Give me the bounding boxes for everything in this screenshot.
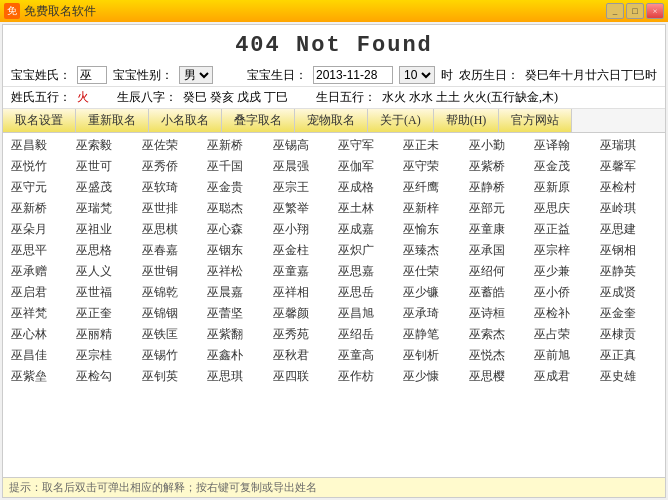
- name-cell[interactable]: 巫心林: [7, 324, 72, 345]
- name-cell[interactable]: 巫岭琪: [596, 198, 661, 219]
- name-cell[interactable]: 巫锦乾: [138, 282, 203, 303]
- name-cell[interactable]: 巫成格: [334, 177, 399, 198]
- name-cell[interactable]: 巫新梓: [399, 198, 464, 219]
- name-cell[interactable]: 巫春嘉: [138, 240, 203, 261]
- name-cell[interactable]: 巫蓄皓: [465, 282, 530, 303]
- name-cell[interactable]: 巫瑞梵: [72, 198, 137, 219]
- toolbar-btn-5[interactable]: 关于(A): [368, 109, 434, 132]
- name-cell[interactable]: 巫馨军: [596, 156, 661, 177]
- name-cell[interactable]: 巫思岳: [334, 282, 399, 303]
- name-cell[interactable]: 巫紫垒: [7, 366, 72, 387]
- name-cell[interactable]: 巫少兼: [530, 261, 595, 282]
- name-cell[interactable]: 巫土林: [334, 198, 399, 219]
- name-cell[interactable]: 巫锦铟: [138, 303, 203, 324]
- name-cell[interactable]: 巫金茂: [530, 156, 595, 177]
- name-cell[interactable]: 巫晨嘉: [203, 282, 268, 303]
- hour-select[interactable]: 10: [399, 66, 435, 84]
- name-cell[interactable]: 巫铟东: [203, 240, 268, 261]
- name-cell[interactable]: 巫思建: [596, 219, 661, 240]
- name-cell[interactable]: 巫晨强: [269, 156, 334, 177]
- name-cell[interactable]: 巫祖业: [72, 219, 137, 240]
- name-cell[interactable]: 巫童嘉: [269, 261, 334, 282]
- toolbar-btn-4[interactable]: 宠物取名: [295, 109, 368, 132]
- name-cell[interactable]: 巫昌旭: [334, 303, 399, 324]
- name-cell[interactable]: 巫守荣: [399, 156, 464, 177]
- name-cell[interactable]: 巫承琦: [399, 303, 464, 324]
- name-cell[interactable]: 巫成嘉: [334, 219, 399, 240]
- name-cell[interactable]: 巫炽广: [334, 240, 399, 261]
- name-cell[interactable]: 巫世福: [72, 282, 137, 303]
- name-cell[interactable]: 巫童高: [334, 345, 399, 366]
- name-cell[interactable]: 巫小侨: [530, 282, 595, 303]
- name-cell[interactable]: 巫译翰: [530, 135, 595, 156]
- close-button[interactable]: ×: [646, 3, 664, 19]
- name-cell[interactable]: 巫朵月: [7, 219, 72, 240]
- name-cell[interactable]: 巫千国: [203, 156, 268, 177]
- name-cell[interactable]: 巫史雄: [596, 366, 661, 387]
- gender-select[interactable]: 男 女: [179, 66, 213, 84]
- name-cell[interactable]: 巫纤鹰: [399, 177, 464, 198]
- name-cell[interactable]: 巫金奎: [596, 303, 661, 324]
- name-cell[interactable]: 巫秋君: [269, 345, 334, 366]
- name-cell[interactable]: 巫童康: [465, 219, 530, 240]
- toolbar-btn-2[interactable]: 小名取名: [149, 109, 222, 132]
- name-cell[interactable]: 巫新桥: [203, 135, 268, 156]
- name-cell[interactable]: 巫祥松: [203, 261, 268, 282]
- name-cell[interactable]: 巫静笔: [399, 324, 464, 345]
- name-cell[interactable]: 巫前旭: [530, 345, 595, 366]
- name-cell[interactable]: 巫宗梓: [530, 240, 595, 261]
- name-cell[interactable]: 巫索杰: [465, 324, 530, 345]
- name-cell[interactable]: 巫世排: [138, 198, 203, 219]
- name-cell[interactable]: 巫伽军: [334, 156, 399, 177]
- name-cell[interactable]: 巫宗王: [269, 177, 334, 198]
- surname-input[interactable]: [77, 66, 107, 84]
- name-cell[interactable]: 巫钊析: [399, 345, 464, 366]
- name-cell[interactable]: 巫秀侨: [138, 156, 203, 177]
- name-cell[interactable]: 巫小勤: [465, 135, 530, 156]
- name-cell[interactable]: 巫四联: [269, 366, 334, 387]
- name-cell[interactable]: 巫紫桥: [465, 156, 530, 177]
- name-cell[interactable]: 巫钊英: [138, 366, 203, 387]
- name-cell[interactable]: 巫静桥: [465, 177, 530, 198]
- name-cell[interactable]: 巫正未: [399, 135, 464, 156]
- name-cell[interactable]: 巫思格: [72, 240, 137, 261]
- name-cell[interactable]: 巫索毅: [72, 135, 137, 156]
- name-cell[interactable]: 巫检补: [530, 303, 595, 324]
- toolbar-btn-1[interactable]: 重新取名: [76, 109, 149, 132]
- name-cell[interactable]: 巫成贤: [596, 282, 661, 303]
- name-cell[interactable]: 巫昌佳: [7, 345, 72, 366]
- name-cell[interactable]: 巫成君: [530, 366, 595, 387]
- name-cell[interactable]: 巫聪杰: [203, 198, 268, 219]
- name-cell[interactable]: 巫思樱: [465, 366, 530, 387]
- name-cell[interactable]: 巫承赠: [7, 261, 72, 282]
- name-cell[interactable]: 巫思嘉: [334, 261, 399, 282]
- name-cell[interactable]: 巫馨颜: [269, 303, 334, 324]
- minimize-button[interactable]: _: [606, 3, 624, 19]
- name-cell[interactable]: 巫新桥: [7, 198, 72, 219]
- name-cell[interactable]: 巫祥梵: [7, 303, 72, 324]
- name-cell[interactable]: 巫悦竹: [7, 156, 72, 177]
- name-cell[interactable]: 巫新原: [530, 177, 595, 198]
- name-cell[interactable]: 巫正益: [530, 219, 595, 240]
- name-cell[interactable]: 巫金贵: [203, 177, 268, 198]
- name-cell[interactable]: 巫宗桂: [72, 345, 137, 366]
- name-cell[interactable]: 巫正真: [596, 345, 661, 366]
- name-cell[interactable]: 巫世可: [72, 156, 137, 177]
- name-cell[interactable]: 巫守军: [334, 135, 399, 156]
- name-cell[interactable]: 巫思平: [7, 240, 72, 261]
- name-cell[interactable]: 巫诗桓: [465, 303, 530, 324]
- name-cell[interactable]: 巫锡高: [269, 135, 334, 156]
- name-cell[interactable]: 巫铁匡: [138, 324, 203, 345]
- name-cell[interactable]: 巫蕾坚: [203, 303, 268, 324]
- name-cell[interactable]: 巫祥相: [269, 282, 334, 303]
- maximize-button[interactable]: □: [626, 3, 644, 19]
- toolbar-btn-0[interactable]: 取名设置: [3, 109, 76, 132]
- name-cell[interactable]: 巫静英: [596, 261, 661, 282]
- name-cell[interactable]: 巫小翔: [269, 219, 334, 240]
- name-cell[interactable]: 巫锡竹: [138, 345, 203, 366]
- name-cell[interactable]: 巫人义: [72, 261, 137, 282]
- name-cell[interactable]: 巫鑫朴: [203, 345, 268, 366]
- name-cell[interactable]: 巫部元: [465, 198, 530, 219]
- name-cell[interactable]: 巫绍何: [465, 261, 530, 282]
- name-cell[interactable]: 巫少慷: [399, 366, 464, 387]
